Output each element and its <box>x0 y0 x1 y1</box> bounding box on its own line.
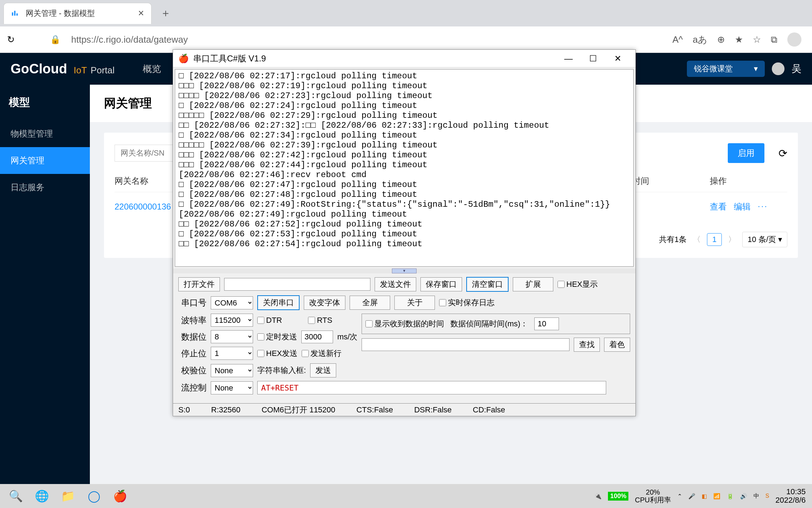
lock-icon[interactable]: 🔒 <box>50 35 61 44</box>
clock-date: 2022/8/6 <box>775 496 806 504</box>
defender-icon[interactable]: ◧ <box>702 493 707 500</box>
stopbits-select[interactable]: 1 <box>211 347 253 360</box>
user-avatar[interactable] <box>772 62 785 75</box>
browser-tab[interactable]: 网关管理 - 数据模型 ✕ <box>4 3 152 24</box>
realtime-save-checkbox[interactable]: 实时保存日志 <box>439 297 494 308</box>
profile-avatar[interactable] <box>787 32 801 47</box>
send-file-button[interactable]: 发送文件 <box>375 277 416 291</box>
send-newline-checkbox[interactable]: 发送新行 <box>302 348 342 359</box>
tab-close-icon[interactable]: ✕ <box>138 9 144 18</box>
new-tab-button[interactable]: ＋ <box>160 6 171 20</box>
serial-tool-window: 🍎 串口工具C#版 V1.9 ― ☐ ✕ □ [2022/08/06 02:27… <box>173 49 636 416</box>
favorite-icon[interactable]: ★ <box>735 34 743 45</box>
interval-input[interactable] <box>534 318 559 330</box>
show-recv-time-checkbox[interactable]: 显示收到数据的时间 <box>365 319 444 329</box>
minimize-button[interactable]: ― <box>556 50 581 67</box>
sidebar-item-model-mgmt[interactable]: 物模型管理 <box>0 120 90 147</box>
wifi-icon[interactable]: 📶 <box>713 493 720 500</box>
port-select[interactable]: COM6 <box>211 296 253 309</box>
search-icon[interactable]: 🔍 <box>6 486 25 506</box>
volume-icon[interactable]: 🔊 <box>740 493 747 500</box>
tray-chevron-icon[interactable]: ⌃ <box>677 493 682 500</box>
pager-current[interactable]: 1 <box>707 233 722 246</box>
favorites-bar-icon[interactable]: ☆ <box>753 34 761 45</box>
hex-display-checkbox[interactable]: HEX显示 <box>558 279 598 290</box>
about-button[interactable]: 关于 <box>394 296 435 310</box>
databits-select[interactable]: 8 <box>211 330 253 343</box>
sogou-icon[interactable]: S <box>765 493 769 499</box>
sidebar-item-gateway-mgmt[interactable]: 网关管理 <box>0 147 90 174</box>
open-file-button[interactable]: 打开文件 <box>178 277 220 291</box>
dtr-checkbox[interactable]: DTR <box>257 316 282 325</box>
log-output[interactable]: □ [2022/08/06 02:27:17]:rgcloud polling … <box>175 69 634 267</box>
op-edit[interactable]: 编辑 <box>734 201 751 212</box>
timed-ms-input[interactable] <box>301 331 333 343</box>
splitter-handle[interactable]: ▼ <box>392 268 417 273</box>
close-button[interactable]: ✕ <box>605 50 630 67</box>
refresh-list-icon[interactable]: ⟳ <box>779 147 787 159</box>
pager-prev[interactable]: 〈 <box>693 234 701 245</box>
baud-select[interactable]: 115200 <box>211 314 253 327</box>
clock[interactable]: 10:35 2022/8/6 <box>775 488 806 504</box>
translate-icon[interactable]: aあ <box>693 34 707 46</box>
extend-button[interactable]: 扩展 <box>513 277 553 291</box>
header-right: 锐谷微课堂 ▾ 吴 <box>687 61 801 77</box>
timed-send-checkbox[interactable]: 定时发送 <box>257 332 297 342</box>
edge-icon[interactable]: 🌐 <box>32 486 51 506</box>
refresh-icon[interactable]: ↻ <box>7 34 15 45</box>
portal-logo: GoCloud IoT Portal <box>11 61 115 77</box>
find-button[interactable]: 查找 <box>574 338 600 352</box>
sidebar-item-log-service[interactable]: 日志服务 <box>0 174 90 201</box>
parity-select[interactable]: None <box>211 364 253 377</box>
mic-icon[interactable]: 🎤 <box>688 493 695 500</box>
controls-panel: 打开文件 发送文件 保存窗口 清空窗口 扩展 HEX显示 串口号 COM6 关闭… <box>173 273 635 401</box>
databits-label: 数据位 <box>178 331 207 343</box>
system-tray: 🔌 100% 20% CPU利用率 ⌃ 🎤 ◧ 📶 🔋 🔊 中 S 10:35 … <box>595 488 806 504</box>
collections-icon[interactable]: ⧉ <box>771 34 777 45</box>
interval-label: 数据侦间隔时间(ms)： <box>450 319 528 329</box>
pager-next[interactable]: 〉 <box>728 234 736 245</box>
op-more[interactable]: ··· <box>758 201 768 212</box>
find-input[interactable] <box>362 338 570 351</box>
clear-window-button[interactable]: 清空窗口 <box>466 277 509 292</box>
ime-icon[interactable]: 中 <box>753 492 759 500</box>
enable-button[interactable]: 启用 <box>728 143 764 163</box>
window-titlebar[interactable]: 🍎 串口工具C#版 V1.9 ― ☐ ✕ <box>173 50 635 67</box>
course-dropdown[interactable]: 锐谷微课堂 ▾ <box>687 61 765 77</box>
change-font-button[interactable]: 改变字体 <box>304 296 345 310</box>
send-button[interactable]: 发送 <box>310 363 336 377</box>
url-text[interactable]: https://c.rigo.io/data/gateway <box>71 34 665 45</box>
hex-send-checkbox[interactable]: HEX发送 <box>257 348 297 359</box>
maximize-button[interactable]: ☐ <box>581 50 605 67</box>
status-port: COM6已打开 115200 <box>262 405 335 415</box>
cpu-widget[interactable]: 20% CPU利用率 <box>635 488 671 504</box>
window-title: 串口工具C#版 V1.9 <box>193 53 556 64</box>
chevron-down-icon: ▾ <box>754 64 758 73</box>
rts-checkbox[interactable]: RTS <box>308 316 332 325</box>
nav-overview[interactable]: 概览 <box>143 63 161 75</box>
fullscreen-button[interactable]: 全屏 <box>350 296 390 310</box>
op-view[interactable]: 查看 <box>710 201 727 212</box>
pager-size[interactable]: 10 条/页 ▾ <box>742 232 787 247</box>
logo-main: GoCloud <box>11 61 67 76</box>
battery-indicator[interactable]: 100% <box>608 492 628 501</box>
command-input[interactable] <box>257 381 606 394</box>
cortana-icon[interactable]: ◯ <box>85 486 104 506</box>
explorer-icon[interactable]: 📁 <box>59 486 78 506</box>
save-window-button[interactable]: 保存窗口 <box>420 277 462 291</box>
cpu-label: CPU利用率 <box>635 496 671 504</box>
flow-select[interactable]: None <box>211 381 253 394</box>
address-bar: ↻ 🔒 https://c.rigo.io/data/gateway A^ aあ… <box>0 26 812 53</box>
tab-favicon-icon <box>11 9 19 18</box>
text-size-icon[interactable]: A^ <box>672 34 683 45</box>
serial-app-icon[interactable]: 🍎 <box>111 486 130 506</box>
close-port-button[interactable]: 关闭串口 <box>257 295 300 310</box>
plug-icon[interactable]: 🔌 <box>595 493 602 500</box>
splitter[interactable]: ▼ <box>173 268 635 273</box>
file-path-input[interactable] <box>224 278 370 291</box>
zoom-icon[interactable]: ⊕ <box>717 34 725 45</box>
parity-label: 校验位 <box>178 365 207 376</box>
user-name: 吴 <box>792 62 801 75</box>
battery-icon[interactable]: 🔋 <box>727 493 734 500</box>
color-button[interactable]: 着色 <box>604 338 630 352</box>
